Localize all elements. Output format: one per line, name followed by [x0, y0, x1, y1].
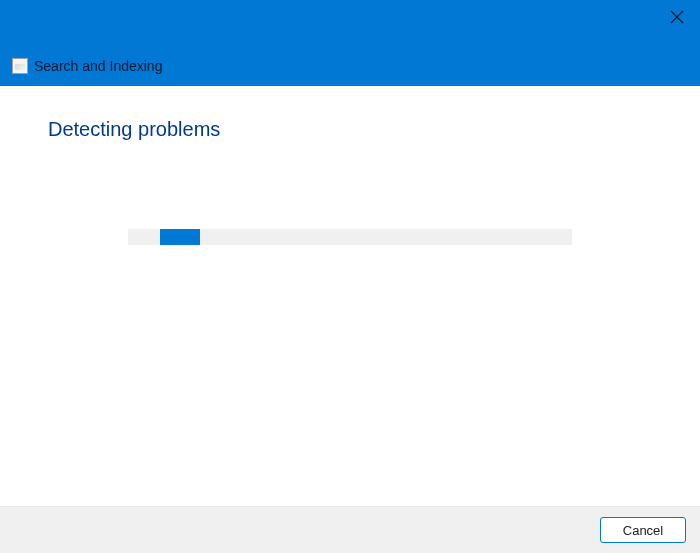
content-area: Detecting problems [0, 86, 700, 506]
footer-bar: Cancel [0, 506, 700, 553]
header-title-wrap: Search and Indexing [12, 58, 162, 74]
page-heading: Detecting problems [48, 118, 652, 141]
cancel-button[interactable]: Cancel [600, 517, 686, 543]
progress-bar [128, 229, 572, 245]
search-indexing-icon [12, 58, 28, 74]
close-icon [670, 10, 684, 24]
progress-fill [160, 229, 200, 245]
close-button[interactable] [666, 6, 688, 31]
titlebar-header: Search and Indexing [0, 0, 700, 86]
header-title: Search and Indexing [34, 58, 162, 74]
